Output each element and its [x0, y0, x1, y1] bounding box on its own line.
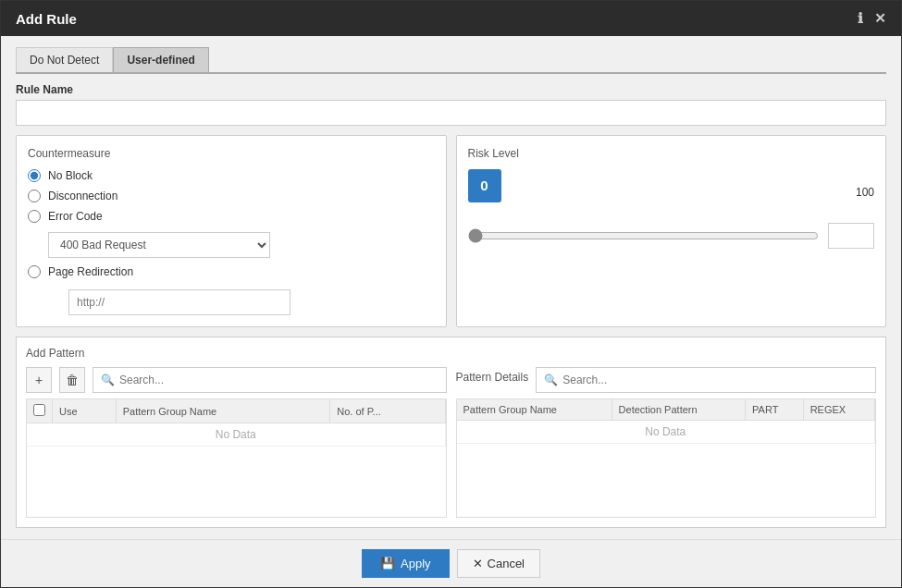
countermeasure-options: No Block Disconnection Error Code 400 Ba…	[28, 169, 435, 315]
right-toolbar: Pattern Details 🔍	[456, 367, 877, 393]
left-search-icon: 🔍	[101, 374, 115, 386]
rule-name-group: Rule Name	[16, 83, 886, 126]
radio-no-block[interactable]	[28, 169, 41, 182]
left-no-data-row: No Data	[27, 423, 445, 447]
right-search-icon: 🔍	[544, 374, 558, 386]
risk-value-input[interactable]: 0	[828, 223, 874, 249]
col-no-of-p: No. of P...	[330, 399, 445, 423]
radio-error-code-label: Error Code	[48, 210, 103, 223]
right-table-head: Pattern Group Name Detection Pattern PAR…	[457, 399, 875, 421]
add-pattern-section: Add Pattern + 🗑 🔍	[16, 337, 886, 528]
left-table: Use Pattern Group Name No. of P... No Da…	[27, 399, 446, 447]
delete-pattern-button[interactable]: 🗑	[59, 367, 85, 393]
cancel-label: Cancel	[488, 557, 525, 570]
radio-error-code[interactable]	[28, 210, 41, 223]
apply-label: Apply	[401, 557, 431, 570]
apply-icon: 💾	[380, 557, 395, 570]
radio-no-block-label: No Block	[48, 169, 93, 182]
rule-name-input[interactable]	[16, 100, 886, 126]
right-table-area: Pattern Group Name Detection Pattern PAR…	[456, 398, 877, 518]
add-pattern-title: Add Pattern	[26, 347, 876, 360]
right-search-input[interactable]	[562, 374, 868, 386]
right-no-data: No Data	[457, 421, 875, 444]
error-code-dropdown-wrapper: 400 Bad Request 403 Forbidden 404 Not Fo…	[48, 232, 435, 258]
right-table: Pattern Group Name Detection Pattern PAR…	[457, 399, 876, 444]
col-right-regex: REGEX	[803, 399, 874, 421]
error-code-dropdown[interactable]: 400 Bad Request 403 Forbidden 404 Not Fo…	[48, 232, 270, 258]
radio-page-redirect-label: Page Redirection	[48, 265, 133, 278]
left-toolbar: + 🗑 🔍	[26, 367, 447, 393]
dialog-header: Add Rule ℹ ✕	[1, 1, 901, 36]
cancel-icon: ✕	[473, 557, 483, 570]
risk-max-label: 100	[846, 186, 874, 199]
tab-user-defined[interactable]: User-defined	[113, 47, 208, 72]
right-table-body: No Data	[457, 421, 875, 444]
right-no-data-row: No Data	[457, 421, 875, 444]
col-pattern-group-name: Pattern Group Name	[116, 399, 330, 423]
info-icon[interactable]: ℹ	[858, 10, 863, 27]
countermeasure-title: Countermeasure	[28, 147, 435, 160]
right-table-header-row: Pattern Group Name Detection Pattern PAR…	[457, 399, 875, 421]
left-table-area: Use Pattern Group Name No. of P... No Da…	[26, 398, 447, 518]
radio-error-code-row: Error Code	[28, 210, 435, 223]
col-right-detection-pattern: Detection Pattern	[612, 399, 745, 421]
countermeasure-panel: Countermeasure No Block Disconnection Er…	[16, 135, 447, 327]
left-table-body: No Data	[27, 423, 445, 447]
risk-slider[interactable]	[468, 228, 820, 243]
radio-disconnection[interactable]	[28, 190, 41, 202]
add-rule-dialog: Add Rule ℹ ✕ Do Not Detect User-defined …	[0, 0, 902, 588]
redirect-input-wrapper	[48, 288, 435, 315]
middle-panels: Countermeasure No Block Disconnection Er…	[16, 135, 886, 327]
col-right-pattern-group: Pattern Group Name	[457, 399, 612, 421]
add-pattern-inner: + 🗑 🔍	[26, 367, 876, 518]
slider-container: 0 100 0	[468, 169, 875, 249]
apply-button[interactable]: 💾 Apply	[362, 549, 450, 578]
col-checkbox	[27, 399, 53, 423]
risk-level-panel: Risk Level 0 100 0	[456, 135, 887, 327]
delete-icon: 🗑	[66, 373, 79, 387]
radio-disconnection-label: Disconnection	[48, 190, 117, 202]
right-search-box: 🔍	[536, 367, 876, 393]
slider-row: 0	[468, 223, 875, 249]
pattern-left: + 🗑 🔍	[26, 367, 447, 518]
radio-page-redirect[interactable]	[28, 265, 41, 278]
left-search-input[interactable]	[119, 374, 439, 386]
add-pattern-button[interactable]: +	[26, 367, 52, 393]
left-no-data: No Data	[27, 423, 445, 447]
dialog-body: Do Not Detect User-defined Rule Name Cou…	[1, 36, 901, 539]
pattern-details-label: Pattern Details	[456, 371, 529, 384]
cancel-button[interactable]: ✕ Cancel	[457, 549, 540, 578]
risk-level-title: Risk Level	[468, 147, 875, 160]
col-use: Use	[53, 399, 117, 423]
left-table-header-row: Use Pattern Group Name No. of P...	[27, 399, 445, 423]
left-search-box: 🔍	[93, 367, 447, 393]
rule-name-label: Rule Name	[16, 83, 886, 96]
left-table-head: Use Pattern Group Name No. of P...	[27, 399, 445, 423]
radio-page-redirect-row: Page Redirection	[28, 265, 435, 278]
close-icon[interactable]: ✕	[874, 10, 886, 27]
header-icons: ℹ ✕	[858, 10, 886, 27]
risk-badge: 0	[468, 169, 501, 202]
pattern-right: Pattern Details 🔍 Pattern Group Name Det…	[456, 367, 877, 518]
dialog-footer: 💾 Apply ✕ Cancel	[1, 539, 901, 587]
slider-top: 0 100	[468, 169, 875, 215]
redirect-url-input[interactable]	[68, 289, 290, 315]
radio-no-block-row: No Block	[28, 169, 435, 182]
select-all-checkbox[interactable]	[33, 404, 45, 416]
tab-do-not-detect[interactable]: Do Not Detect	[16, 47, 113, 72]
radio-disconnection-row: Disconnection	[28, 190, 435, 202]
col-right-part: PART	[746, 399, 804, 421]
dialog-title: Add Rule	[16, 11, 77, 27]
tab-bar: Do Not Detect User-defined	[16, 47, 886, 74]
